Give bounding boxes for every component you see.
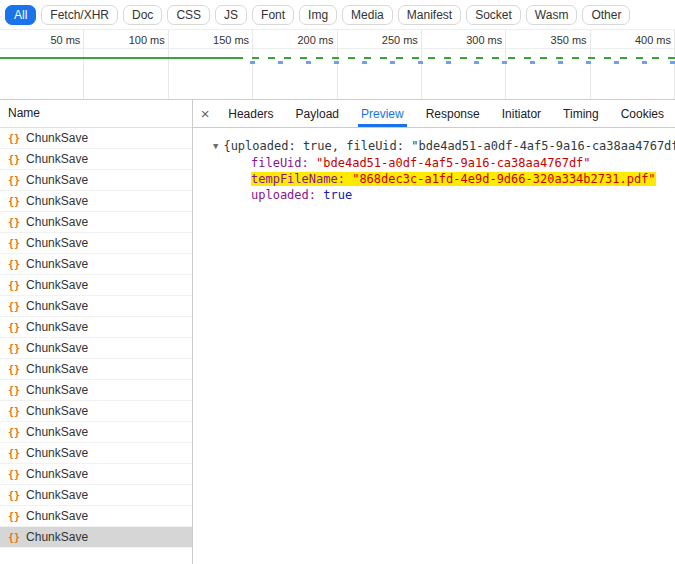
timeline-gridline: 250 ms [338,30,422,99]
request-row[interactable]: {}ChunkSave [0,233,192,254]
request-name: ChunkSave [26,257,88,271]
request-name: ChunkSave [26,467,88,481]
json-braces-icon: {} [8,448,20,459]
tab-payload[interactable]: Payload [285,100,350,127]
filter-wasm[interactable]: Wasm [526,5,578,25]
timeline-label: 100 ms [129,34,165,46]
request-name: ChunkSave [26,509,88,523]
json-braces-icon: {} [8,406,20,417]
filter-media[interactable]: Media [342,5,393,25]
request-row[interactable]: {}ChunkSave [0,212,192,233]
json-braces-icon: {} [8,532,20,543]
tab-cookies[interactable]: Cookies [610,100,675,127]
name-column-header[interactable]: Name [0,100,192,128]
network-main-split: Name {}ChunkSave{}ChunkSave{}ChunkSave{}… [0,100,675,564]
request-name: ChunkSave [26,194,88,208]
network-filter-bar: AllFetch/XHRDocCSSJSFontImgMediaManifest… [0,0,675,30]
request-name: ChunkSave [26,278,88,292]
tab-headers[interactable]: Headers [217,100,284,127]
preview-pane: ▼{uploaded: true, fileUid: "bde4ad51-a0d… [193,128,675,564]
timeline-activity-dashes [236,57,675,59]
timeline-label: 50 ms [50,34,80,46]
tab-response[interactable]: Response [415,100,491,127]
network-overview-timeline[interactable]: 50 ms100 ms150 ms200 ms250 ms300 ms350 m… [0,30,675,100]
request-row[interactable]: {}ChunkSave [0,317,192,338]
tab-initiator[interactable]: Initiator [491,100,552,127]
json-value: "868dec3c-a1fd-4e9d-9d66-320a334b2731.pd… [352,172,655,186]
timeline-gridline: 200 ms [253,30,337,99]
expand-arrow-icon[interactable]: ▼ [213,138,218,154]
request-name: ChunkSave [26,404,88,418]
tab-timing[interactable]: Timing [552,100,610,127]
filter-font[interactable]: Font [252,5,294,25]
tab-preview[interactable]: Preview [350,100,415,127]
filter-css[interactable]: CSS [167,5,210,25]
request-row[interactable]: {}ChunkSave [0,506,192,527]
request-name: ChunkSave [26,152,88,166]
timeline-gridline: 50 ms [0,30,84,99]
request-row[interactable]: {}ChunkSave [0,254,192,275]
timeline-label: 300 ms [466,34,502,46]
timeline-request-dashes [250,61,675,64]
request-list-panel: Name {}ChunkSave{}ChunkSave{}ChunkSave{}… [0,100,193,564]
json-braces-icon: {} [8,238,20,249]
request-row[interactable]: {}ChunkSave [0,485,192,506]
json-braces-icon: {} [8,154,20,165]
filter-manifest[interactable]: Manifest [398,5,461,25]
json-braces-icon: {} [8,301,20,312]
timeline-divider [0,48,675,49]
request-row[interactable]: {}ChunkSave [0,380,192,401]
request-name: ChunkSave [26,320,88,334]
request-name: ChunkSave [26,215,88,229]
filter-socket[interactable]: Socket [466,5,521,25]
request-row[interactable]: {}ChunkSave [0,443,192,464]
request-row[interactable]: {}ChunkSave [0,359,192,380]
filter-fetch-xhr[interactable]: Fetch/XHR [41,5,118,25]
filter-all[interactable]: All [5,5,36,25]
request-row[interactable]: {}ChunkSave [0,338,192,359]
timeline-grid: 50 ms100 ms150 ms200 ms250 ms300 ms350 m… [0,30,675,99]
json-key: uploaded: [251,188,323,202]
request-row[interactable]: {}ChunkSave [0,128,192,149]
request-row[interactable]: {}ChunkSave [0,527,192,548]
request-name: ChunkSave [26,341,88,355]
request-row[interactable]: {}ChunkSave [0,170,192,191]
request-row[interactable]: {}ChunkSave [0,275,192,296]
json-property-uploaded: uploaded: true [251,187,669,203]
detail-tab-bar: × HeadersPayloadPreviewResponseInitiator… [193,100,675,128]
request-row[interactable]: {}ChunkSave [0,149,192,170]
timeline-label: 350 ms [551,34,587,46]
timeline-gridline: 150 ms [169,30,253,99]
request-detail-panel: × HeadersPayloadPreviewResponseInitiator… [193,100,675,564]
timeline-label: 150 ms [213,34,249,46]
json-root-line[interactable]: ▼{uploaded: true, fileUid: "bde4ad51-a0d… [213,138,669,154]
request-name: ChunkSave [26,362,88,376]
json-braces-icon: {} [8,511,20,522]
json-properties: fileUid: "bde4ad51-a0df-4af5-9a16-ca38aa… [213,155,669,203]
request-row[interactable]: {}ChunkSave [0,422,192,443]
request-row[interactable]: {}ChunkSave [0,401,192,422]
request-name: ChunkSave [26,383,88,397]
filter-img[interactable]: Img [299,5,337,25]
request-row[interactable]: {}ChunkSave [0,191,192,212]
request-name: ChunkSave [26,173,88,187]
filter-js[interactable]: JS [215,5,247,25]
json-braces-icon: {} [8,469,20,480]
filter-doc[interactable]: Doc [123,5,162,25]
request-row[interactable]: {}ChunkSave [0,296,192,317]
json-braces-icon: {} [8,343,20,354]
search-match-highlight: tempFileName: "868dec3c-a1fd-4e9d-9d66-3… [251,172,656,186]
close-icon[interactable]: × [193,100,217,127]
request-rows: {}ChunkSave{}ChunkSave{}ChunkSave{}Chunk… [0,128,192,564]
request-row[interactable]: {}ChunkSave [0,464,192,485]
timeline-label: 400 ms [635,34,671,46]
json-braces-icon: {} [8,490,20,501]
filter-other[interactable]: Other [582,5,630,25]
request-name: ChunkSave [26,299,88,313]
json-property-fileUid: fileUid: "bde4ad51-a0df-4af5-9a16-ca38aa… [251,155,669,171]
timeline-gridline: 100 ms [84,30,168,99]
json-key: tempFileName: [251,172,352,186]
json-value: true [323,188,352,202]
json-braces-icon: {} [8,259,20,270]
json-key: fileUid: [251,156,316,170]
